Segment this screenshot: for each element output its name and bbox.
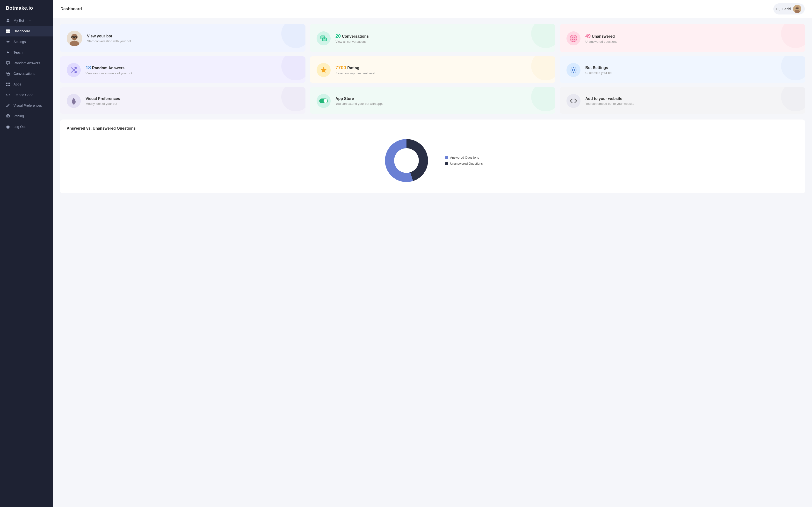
- card-app-store-subtitle: You can extend your bot with apps: [336, 102, 383, 106]
- card-add-website-subtitle: You can embed bot to your website: [585, 102, 635, 106]
- sad-face-icon: [570, 35, 577, 42]
- rating-icon-wrap: [317, 63, 331, 77]
- app-store-icon-wrap: [317, 94, 331, 108]
- unanswered-dot: [445, 162, 448, 165]
- user-menu[interactable]: Hi, Farid: [773, 3, 805, 14]
- svg-point-0: [7, 19, 9, 20]
- svg-rect-2: [8, 30, 10, 31]
- unanswered-count: 49: [585, 33, 591, 39]
- donut-svg: [382, 136, 430, 185]
- sidebar-item-my-bot-label: My Bot: [13, 18, 24, 22]
- svg-point-5: [7, 41, 9, 43]
- rating-label: Rating: [347, 66, 359, 70]
- card-visual-preferences-subtitle: Modify look of your bot: [86, 102, 120, 106]
- toggle-icon: [319, 99, 328, 103]
- sidebar-item-pricing[interactable]: Pricing: [0, 111, 53, 121]
- svg-rect-8: [6, 82, 7, 84]
- card-app-store-text: App Store You can extend your bot with a…: [336, 97, 383, 106]
- avatar: [793, 5, 801, 13]
- svg-rect-36: [73, 104, 74, 105]
- sidebar-item-visual-preferences-label: Visual Preferences: [13, 104, 42, 107]
- user-name: Farid: [782, 7, 791, 11]
- svg-rect-11: [8, 85, 10, 86]
- grid-icon: [6, 29, 10, 33]
- card-visual-preferences[interactable]: Visual Preferences Modify look of your b…: [60, 87, 305, 114]
- answered-dot: [445, 156, 448, 159]
- sidebar-nav: My Bot ↗ Dashboard Settings Teach: [0, 15, 53, 507]
- card-view-bot-title: View your bot: [87, 34, 131, 38]
- sidebar-item-dashboard-label: Dashboard: [13, 29, 30, 33]
- card-unanswered-text: 49 Unanswered Unanswered questions: [585, 33, 617, 44]
- sidebar-item-visual-preferences[interactable]: Visual Preferences: [0, 100, 53, 111]
- sidebar-item-teach[interactable]: Teach: [0, 47, 53, 58]
- card-visual-preferences-title: Visual Preferences: [86, 97, 120, 101]
- card-conversations-subtitle: View all conversations: [336, 40, 369, 44]
- card-unanswered[interactable]: 49 Unanswered Unanswered questions: [560, 24, 805, 52]
- card-rating-text: 7700 Rating Based on improvement level: [336, 65, 375, 75]
- dashboard-body: View your bot Start conversation with yo…: [53, 18, 812, 199]
- svg-point-38: [323, 99, 327, 103]
- rating-count: 7700: [336, 65, 346, 70]
- svg-rect-4: [8, 32, 10, 33]
- pen-icon: [6, 103, 10, 108]
- card-view-bot-subtitle: Start conversation with your bot: [87, 39, 131, 43]
- sidebar-item-random-answers[interactable]: Random Answers: [0, 58, 53, 68]
- card-add-website-text: Add to your website You can embed bot to…: [585, 97, 635, 106]
- dollar-icon: [6, 114, 10, 118]
- star-icon: [320, 66, 327, 74]
- card-app-store[interactable]: App Store You can extend your bot with a…: [310, 87, 555, 114]
- conversations-icon: [320, 35, 327, 42]
- main-content: Dashboard Hi, Farid: [53, 0, 812, 507]
- card-random-answers-title: 18 Random Answers: [86, 65, 132, 70]
- unanswered-icon-wrap: [566, 32, 580, 45]
- apps-icon: [6, 82, 10, 87]
- card-bot-settings-text: Bot Settings Customize your bot: [585, 66, 612, 74]
- bubble-icon: [6, 71, 10, 76]
- add-website-icon-wrap: [566, 94, 580, 108]
- visual-preferences-icon-wrap: [67, 94, 81, 108]
- sidebar-item-my-bot[interactable]: My Bot ↗: [0, 15, 53, 26]
- gear-big-icon: [570, 66, 577, 74]
- sidebar-item-pricing-label: Pricing: [13, 114, 24, 118]
- card-add-website[interactable]: Add to your website You can embed bot to…: [560, 87, 805, 114]
- chart-area: Answered Questions Unanswered Questions: [67, 136, 799, 185]
- sidebar-item-conversations[interactable]: Conversations: [0, 68, 53, 79]
- card-rating-subtitle: Based on improvement level: [336, 71, 375, 75]
- card-rating-title: 7700 Rating: [336, 65, 375, 70]
- sidebar-item-embed-code[interactable]: Embed Code: [0, 90, 53, 100]
- chart-legend: Answered Questions Unanswered Questions: [445, 156, 483, 165]
- person-icon: [6, 18, 10, 23]
- sidebar-item-log-out[interactable]: Log Out: [0, 121, 53, 132]
- avatar-image: [793, 5, 801, 13]
- card-conversations[interactable]: 20 Conversations View all conversations: [310, 24, 555, 52]
- card-bot-settings[interactable]: Bot Settings Customize your bot: [560, 56, 805, 83]
- svg-point-26: [72, 38, 77, 41]
- conversations-label: Conversations: [342, 34, 369, 38]
- sidebar-item-apps[interactable]: Apps: [0, 79, 53, 90]
- settings-icon: [6, 40, 10, 44]
- answered-label: Answered Questions: [450, 156, 479, 159]
- conversations-count: 20: [336, 33, 341, 39]
- code-brackets-icon: [570, 98, 577, 104]
- card-view-bot[interactable]: View your bot Start conversation with yo…: [60, 24, 305, 52]
- sidebar-item-log-out-label: Log Out: [13, 125, 26, 129]
- random-answers-label: Random Answers: [92, 66, 125, 70]
- sidebar-item-settings[interactable]: Settings: [0, 37, 53, 47]
- card-unanswered-subtitle: Unanswered questions: [585, 40, 617, 44]
- sidebar-item-dashboard[interactable]: Dashboard: [0, 26, 53, 37]
- sidebar-item-random-answers-label: Random Answers: [13, 61, 40, 65]
- bolt-icon: [6, 50, 10, 55]
- card-random-answers[interactable]: 18 Random Answers View random answers of…: [60, 56, 305, 83]
- card-visual-preferences-text: Visual Preferences Modify look of your b…: [86, 97, 120, 106]
- card-app-store-title: App Store: [336, 97, 383, 101]
- svg-rect-29: [322, 38, 326, 41]
- external-link-icon: ↗: [29, 19, 31, 22]
- chart-title: Answered vs. Unanswered Questions: [67, 126, 799, 131]
- shuffle-icon: [70, 67, 77, 73]
- card-view-bot-text: View your bot Start conversation with yo…: [87, 34, 131, 43]
- svg-point-35: [572, 69, 575, 71]
- chart-section: Answered vs. Unanswered Questions: [60, 119, 805, 193]
- card-rating[interactable]: 7700 Rating Based on improvement level: [310, 56, 555, 83]
- card-bot-settings-title: Bot Settings: [585, 66, 612, 70]
- card-unanswered-title: 49 Unanswered: [585, 33, 617, 39]
